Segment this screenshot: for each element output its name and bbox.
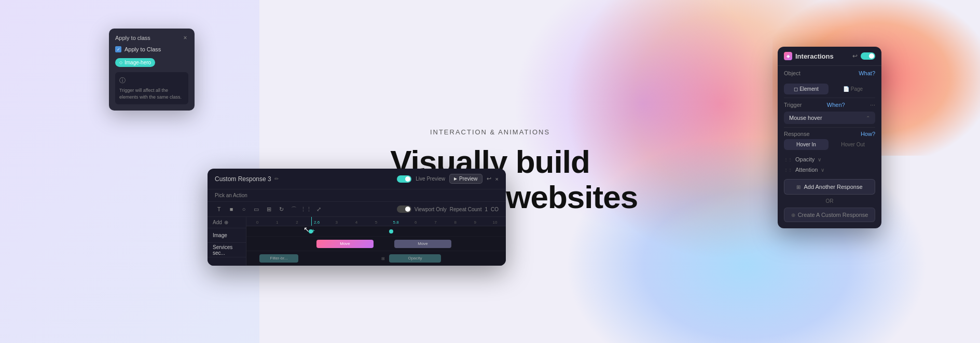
panel-close-button[interactable]: ×	[182, 35, 188, 41]
tick-1: 1	[267, 220, 287, 225]
toolbar-icons: T ■ ○ ▭ ⊞ ↻ ⌒ ⋮⋮ ⤢	[215, 205, 323, 213]
info-icon: ⓘ	[119, 76, 184, 85]
hover-in-label: Hover In	[796, 142, 816, 147]
interactions-title: Interactions	[795, 52, 834, 60]
tab-hover-in[interactable]: Hover In	[784, 139, 829, 150]
trigger-value: Mouse hover	[789, 115, 822, 121]
viewport-toggle[interactable]	[397, 205, 411, 213]
tool-circle-icon[interactable]: ○	[240, 205, 248, 213]
tab-hover-out[interactable]: Hover Out	[831, 139, 875, 150]
element-tab-icon: ◻	[794, 86, 798, 92]
action-label: Pick an Action	[215, 193, 247, 198]
panel-header: Apply to class ×	[115, 35, 188, 41]
tool-layout-icon[interactable]: ⊞	[265, 205, 273, 213]
tool-grid-icon[interactable]: ⋮⋮	[302, 205, 310, 213]
attention-expand-icon[interactable]: ∨	[821, 167, 824, 173]
tab-element[interactable]: ◻ Element	[784, 84, 829, 94]
tick-7: 7	[425, 220, 445, 225]
apply-class-checkbox-row[interactable]: Apply to Class	[115, 46, 188, 52]
class-badge-text: Image-hero	[125, 60, 151, 65]
hover-tabs: Hover In Hover Out	[778, 139, 881, 154]
drag-handle-attention[interactable]: ⋮⋮	[784, 168, 792, 172]
add-response-button[interactable]: ⊞ Add Another Response	[784, 179, 875, 195]
timeline-content: Add ⊕ Image Services sec... 0 1 2 2.6 3 …	[208, 217, 506, 266]
interactions-panel: ◈ Interactions ↩ Object What? ◻ Element …	[778, 47, 881, 228]
live-preview-toggle[interactable]	[397, 175, 411, 183]
cursor-plus-icon: +	[311, 227, 315, 235]
what-link[interactable]: What?	[859, 70, 875, 76]
ruler-ticks: 0 1 2 2.6 3 4 5 5.8 6 7 8 9 10	[246, 220, 506, 225]
add-label: Add	[213, 219, 222, 225]
attention-property-row: ⋮⋮ Attention ∨	[778, 164, 881, 175]
move-block-gray: Move	[394, 240, 451, 248]
timeline-controls: Live Preview Preview ↩ ×	[397, 174, 499, 184]
tool-rect-icon[interactable]: ▭	[252, 205, 260, 213]
close-button[interactable]: ×	[495, 176, 499, 182]
preview-label: Preview	[459, 176, 478, 182]
services-track-row: Filter-br... Opacity ⊞	[246, 251, 506, 266]
dropdown-arrow-icon: ⌃	[866, 115, 870, 121]
edit-icon[interactable]: ✏	[274, 176, 279, 182]
add-plus-icon: ⊕	[224, 219, 228, 225]
trigger-dropdown[interactable]: Mouse hover ⌃	[784, 112, 875, 124]
viewport-toggle-knob	[405, 207, 410, 212]
opacity-expand-icon[interactable]: ∨	[818, 157, 821, 162]
toggle-knob	[405, 176, 410, 182]
tool-path-icon[interactable]: ⌒	[289, 205, 298, 213]
action-bar: Pick an Action	[208, 189, 506, 202]
drag-handle-opacity[interactable]: ⋮⋮	[784, 157, 792, 162]
tool-square-icon[interactable]: ■	[227, 205, 236, 213]
tick-4: 4	[347, 220, 366, 225]
tick-5.8: 5.8	[386, 220, 406, 225]
viewport-label: Viewport Only	[415, 207, 447, 212]
image-label: Image	[213, 232, 227, 238]
opacity-property-label: Opacity	[795, 156, 815, 162]
playhead-line[interactable]	[311, 217, 312, 226]
services-label: Services sec...	[213, 244, 241, 256]
create-custom-label: Create A Custom Response	[798, 212, 868, 218]
tick-0: 0	[247, 220, 267, 225]
repeat-value: 1	[485, 207, 488, 212]
timeline-header: Custom Response 3 ✏ Live Preview Preview…	[208, 169, 506, 189]
page-tab-icon: 📄	[843, 86, 849, 92]
trigger-row: Trigger When? ···	[778, 98, 881, 112]
class-badge[interactable]: Image-hero	[115, 58, 155, 67]
filter-block: Filter-br...	[259, 254, 298, 263]
tool-rotate-icon[interactable]: ↻	[277, 205, 285, 213]
trigger-label: Trigger	[784, 102, 802, 108]
timeline-ruler: 0 1 2 2.6 3 4 5 5.8 6 7 8 9 10	[246, 217, 506, 226]
tick-3: 3	[327, 220, 347, 225]
timeline-title-group: Custom Response 3 ✏	[215, 175, 279, 183]
subtitle-text: INTERACTION & ANIMATIONS	[342, 128, 638, 136]
trigger-dots[interactable]: ···	[870, 101, 875, 108]
tick-8: 8	[446, 220, 465, 225]
image-track-row: Move Move	[246, 237, 506, 251]
panel-title: Apply to class	[115, 35, 150, 41]
opacity-block: Opacity	[389, 254, 441, 263]
apply-class-checkbox[interactable]	[115, 46, 121, 52]
tab-page[interactable]: 📄 Page	[831, 84, 875, 94]
move-block-pink: Move	[316, 240, 374, 248]
undo-button[interactable]: ↩	[487, 175, 491, 182]
add-response-icon: ⊞	[796, 184, 800, 190]
interactions-undo-button[interactable]: ↩	[852, 52, 858, 60]
keyframe-dot-add2	[389, 229, 393, 234]
preview-button[interactable]: Preview	[449, 174, 482, 184]
co-label: CO	[491, 207, 499, 212]
add-row[interactable]: Add ⊕	[208, 217, 246, 228]
tool-more-icon[interactable]: ⤢	[314, 205, 323, 213]
repeat-label: Repeat Count	[450, 207, 482, 212]
create-custom-button[interactable]: ⊕ Create A Custom Response	[784, 208, 875, 222]
tool-text-icon[interactable]: T	[215, 205, 223, 213]
how-link[interactable]: How?	[861, 131, 875, 137]
timeline-panel: Custom Response 3 ✏ Live Preview Preview…	[208, 169, 506, 266]
interactions-toggle[interactable]	[861, 52, 875, 60]
live-preview-label: Live Preview	[416, 176, 445, 182]
info-text: Trigger will affect all the elements wit…	[119, 87, 184, 100]
response-label: Response	[784, 131, 810, 137]
grid-icon-track: ⊞	[381, 256, 385, 260]
tick-2.6: 2.6	[307, 220, 326, 225]
interactions-icon: ◈	[784, 52, 792, 60]
when-link[interactable]: When?	[827, 102, 845, 108]
interactions-title-group: ◈ Interactions	[784, 52, 834, 60]
